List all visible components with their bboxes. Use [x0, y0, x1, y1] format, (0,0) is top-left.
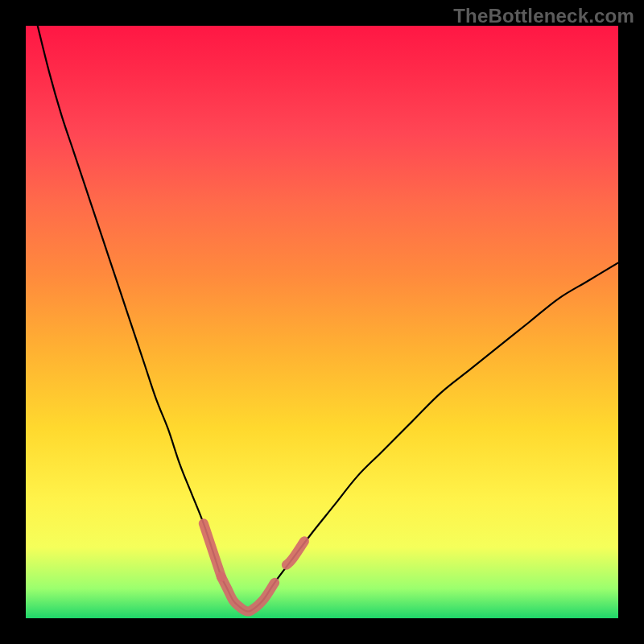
bottleneck-highlight-region — [204, 523, 304, 611]
highlight-segment — [204, 523, 221, 576]
bottleneck-curve-plot — [26, 26, 618, 618]
highlight-segment — [287, 541, 304, 564]
bottleneck-curve — [38, 26, 618, 612]
watermark-label: TheBottleneck.com — [453, 5, 634, 27]
highlight-segment — [221, 576, 275, 611]
